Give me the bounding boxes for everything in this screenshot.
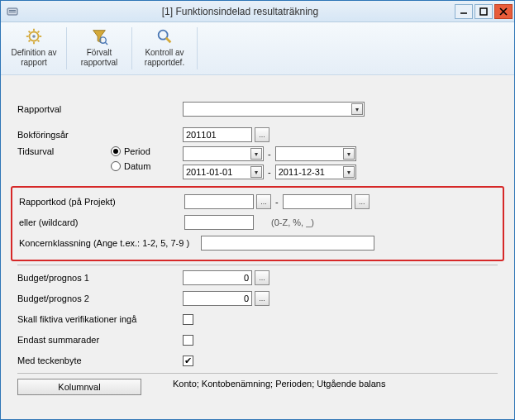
gear-icon [25,27,43,45]
label-bokforingsar: Bokföringsår [17,130,183,140]
period-to-combo[interactable]: ▾ [275,146,356,161]
label-rapportkod: Rapportkod (på Projekt) [19,197,184,207]
rapportkod-from-input[interactable] [184,194,254,209]
budget1-input[interactable] [183,270,252,285]
label-budget1: Budget/prognos 1 [17,273,183,283]
title-bar: [1] Funktionsindelad resultaträkning [1,1,514,22]
label-teckenbyte: Med teckenbyte [17,356,183,365]
label-fiktiva: Skall fiktiva verifikationer ingå [17,314,183,324]
tool-label: Definition av rapport [4,48,64,67]
radio-datum-label: Datum [124,161,150,171]
bokforingsar-lookup-button[interactable]: ... [255,127,269,142]
label-budget2: Budget/prognos 2 [17,294,183,303]
budget1-lookup[interactable]: ... [255,270,269,285]
svg-line-18 [105,42,107,45]
budget2-input[interactable] [183,291,252,306]
svg-point-8 [32,35,36,38]
label-tidsurval: Tidsurval [17,146,111,156]
rapportkod-to-input[interactable] [283,194,352,209]
maximize-button[interactable] [474,4,493,19]
toolbar-separator [197,27,198,69]
wildcard-hint: (0-Z, %, _) [271,217,314,227]
dash: - [268,167,271,177]
tool-forvalt-rapportval[interactable]: Förvalt rapportval [69,24,129,73]
radio-period-label: Period [124,146,150,156]
dash: - [275,197,279,207]
toolbar: Definition av rapport Förvalt rapportval… [1,22,514,75]
divider [17,265,498,265]
bokforingsar-input[interactable] [183,127,252,142]
svg-line-16 [38,31,40,33]
label-rapportval: Rapportval [17,104,183,114]
dash: - [268,149,271,159]
form-area: Rapportval ▾ Bokföringsår ... Tidsurval … [1,75,514,419]
koncernklassning-input[interactable] [201,236,374,251]
datum-from-combo[interactable]: 2011-01-01 ▾ [183,165,264,179]
chevron-down-icon: ▾ [351,103,363,115]
svg-line-15 [29,41,31,42]
label-summarader: Endast summarader [17,335,183,345]
chevron-down-icon: ▾ [343,148,355,160]
svg-line-13 [29,31,31,33]
label-koncernklassning: Koncernklassning (Ange t.ex.: 1-2, 5, 7-… [19,238,201,248]
radio-datum-dot [111,161,121,171]
toolbar-separator [131,27,132,69]
svg-line-20 [166,38,171,43]
close-button[interactable] [494,4,513,19]
fiktiva-checkbox[interactable] [183,314,193,325]
kolumnval-button[interactable]: Kolumnval [17,379,141,395]
minimize-button[interactable] [455,4,473,19]
magnifier-icon [155,27,174,45]
radio-period-dot [111,146,121,156]
svg-line-14 [38,41,40,42]
tool-label: Kontroll av rapportdef. [135,48,194,67]
chevron-down-icon: ▾ [250,166,262,178]
chevron-down-icon: ▾ [250,148,262,160]
summarader-checkbox[interactable] [183,335,193,346]
svg-rect-4 [480,8,487,15]
rapportkod-from-lookup[interactable]: ... [256,194,271,209]
budget2-lookup[interactable]: ... [255,291,269,306]
tool-kontroll-av-rapportdef[interactable]: Kontroll av rapportdef. [135,24,194,73]
rapportval-combo[interactable]: ▾ [183,102,365,117]
chevron-down-icon: ▾ [343,166,355,178]
tool-label: Förvalt rapportval [69,48,129,67]
datum-from-value: 2011-01-01 [186,167,232,177]
datum-to-combo[interactable]: 2011-12-31 ▾ [275,165,356,179]
label-eller-wildcard: eller (wildcard) [19,217,184,227]
app-icon [6,5,19,18]
wildcard-input[interactable] [184,215,254,230]
teckenbyte-checkbox[interactable]: ✔ [183,356,193,366]
highlighted-group: Rapportkod (på Projekt) ... - ... eller … [11,186,504,261]
kolumnval-summary: Konto; Kontobenämning; Perioden; Utgåend… [173,379,385,389]
rapportkod-to-lookup[interactable]: ... [355,194,370,209]
window-buttons [455,4,513,19]
divider [17,373,498,374]
radio-period[interactable]: Period [111,146,183,156]
toolbar-separator [66,27,67,69]
svg-rect-1 [9,10,16,11]
radio-datum[interactable]: Datum [111,161,183,171]
window-title: [1] Funktionsindelad resultaträkning [26,6,455,17]
datum-to-value: 2011-12-31 [279,167,325,177]
svg-rect-2 [9,12,16,12]
tool-definition-av-rapport[interactable]: Definition av rapport [4,24,64,73]
period-from-combo[interactable]: ▾ [183,146,264,161]
filter-icon [90,27,108,45]
